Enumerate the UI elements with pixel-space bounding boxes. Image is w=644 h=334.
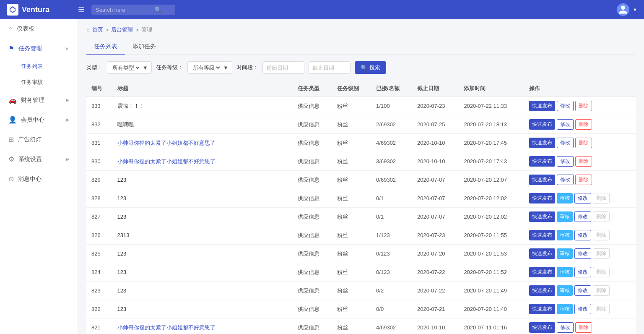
audit-button[interactable]: 审核 <box>557 267 573 277</box>
cell-added: 2020-07-20 11:55 <box>459 226 524 245</box>
cell-added: 2020-07-20 17:43 <box>459 152 524 171</box>
sidebar-item-ad-lantern[interactable]: ⊞ 广告幻灯 <box>0 130 78 149</box>
sidebar-item-member[interactable]: 👤 会员中心 ▶ <box>0 110 78 130</box>
cell-title[interactable]: 小帅哥你捏的太紧了小姐姐都不好意思了 <box>112 152 293 171</box>
delete-button[interactable]: 删除 <box>575 101 592 111</box>
filter-level-label: 任务等级： <box>156 64 183 71</box>
col-id: 编号 <box>86 81 112 97</box>
delete-button[interactable]: 删除 <box>593 193 610 204</box>
audit-button[interactable]: 审核 <box>557 230 573 240</box>
cell-title: 123 <box>112 208 293 226</box>
quick-publish-button[interactable]: 快速发布 <box>529 211 555 222</box>
edit-button[interactable]: 修改 <box>557 322 574 333</box>
cell-deadline: 2020-07-07 <box>412 208 459 226</box>
cell-type: 供应信息 <box>293 263 332 282</box>
quick-publish-button[interactable]: 快速发布 <box>529 248 555 259</box>
edit-button[interactable]: 修改 <box>557 101 574 111</box>
cell-type: 供应信息 <box>293 171 332 189</box>
delete-button[interactable]: 删除 <box>593 304 610 314</box>
cell-actions: 快速发布 审核 修改 删除 <box>524 226 636 245</box>
filter-level-select[interactable]: 所有等级 ▼ <box>187 61 232 74</box>
filter-bar: 类型： 所有类型 ▼ 任务等级： 所有等级 ▼ 时间段： 🔍 搜索 <box>86 61 636 74</box>
cell-id: 829 <box>86 171 112 189</box>
breadcrumb-backend[interactable]: 后台管理 <box>111 26 133 34</box>
sidebar-item-messages[interactable]: ⊙ 消息中心 <box>0 169 78 189</box>
chevron-down-icon[interactable]: ▼ <box>633 7 637 12</box>
edit-button[interactable]: 修改 <box>557 156 574 167</box>
quick-publish-button[interactable]: 快速发布 <box>529 156 555 167</box>
edit-button[interactable]: 修改 <box>574 230 591 240</box>
edit-button[interactable]: 修改 <box>574 193 591 204</box>
delete-button[interactable]: 删除 <box>593 285 610 296</box>
audit-button[interactable]: 审核 <box>557 304 573 314</box>
filter-type-dropdown[interactable]: 所有类型 <box>111 64 141 71</box>
delete-button[interactable]: 删除 <box>593 248 610 259</box>
search-input[interactable] <box>96 7 154 13</box>
audit-button[interactable]: 审核 <box>557 285 573 296</box>
delete-button[interactable]: 删除 <box>593 211 610 222</box>
tab-task-list[interactable]: 任务列表 <box>86 39 125 55</box>
cell-actions: 快速发布 审核 修改 删除 <box>524 245 636 263</box>
delete-button[interactable]: 删除 <box>575 156 592 167</box>
cell-level: 粉丝 <box>332 263 371 282</box>
quick-publish-button[interactable]: 快速发布 <box>529 101 555 111</box>
edit-button[interactable]: 修改 <box>574 267 591 277</box>
sidebar-item-settings[interactable]: ⚙ 系统设置 ▶ <box>0 149 78 169</box>
edit-button[interactable]: 修改 <box>574 304 591 314</box>
cell-title[interactable]: 小帅哥你捏的太紧了小姐姐都不好意思了 <box>112 134 293 152</box>
quick-publish-button[interactable]: 快速发布 <box>529 138 555 148</box>
delete-button[interactable]: 删除 <box>575 138 592 148</box>
cell-level: 粉丝 <box>332 208 371 226</box>
filter-level-dropdown[interactable]: 所有等级 <box>191 64 221 71</box>
quick-publish-button[interactable]: 快速发布 <box>529 304 555 314</box>
cell-title[interactable]: 小帅哥你捏的太紧了小姐姐都不好意思了 <box>112 318 293 334</box>
quick-publish-button[interactable]: 快速发布 <box>529 193 555 204</box>
search-button[interactable]: 🔍 搜索 <box>355 61 386 74</box>
edit-button[interactable]: 修改 <box>574 211 591 222</box>
breadcrumb-home[interactable]: 首页 <box>92 26 103 34</box>
edit-button[interactable]: 修改 <box>557 119 574 130</box>
sidebar-item-task-management[interactable]: ⚑ 任务管理 ▼ <box>0 39 78 58</box>
quick-publish-button[interactable]: 快速发布 <box>529 230 555 240</box>
edit-button[interactable]: 修改 <box>574 248 591 259</box>
delete-button[interactable]: 删除 <box>575 322 592 333</box>
delete-button[interactable]: 删除 <box>575 175 592 185</box>
edit-button[interactable]: 修改 <box>574 285 591 296</box>
table-row: 824 123 供应信息 粉丝 0/123 2020-07-22 2020-07… <box>86 263 636 282</box>
cell-title: 2313 <box>112 226 293 245</box>
logo-text: Ventura <box>22 5 49 14</box>
sidebar-subitem-task-list[interactable]: 任务列表 <box>0 58 78 74</box>
edit-button[interactable]: 修改 <box>557 138 574 148</box>
delete-button[interactable]: 删除 <box>593 267 610 277</box>
sidebar-subitem-task-audit[interactable]: 任务审核 <box>0 74 78 90</box>
quick-publish-button[interactable]: 快速发布 <box>529 119 555 130</box>
delete-button[interactable]: 删除 <box>575 119 592 130</box>
quick-publish-button[interactable]: 快速发布 <box>529 267 555 277</box>
audit-button[interactable]: 审核 <box>557 193 573 204</box>
audit-button[interactable]: 审核 <box>557 248 573 259</box>
search-bar: 🔍 <box>91 5 175 15</box>
delete-button[interactable]: 删除 <box>593 230 610 240</box>
filter-type-select[interactable]: 所有类型 ▼ <box>107 61 152 74</box>
cell-deadline: 2020-07-21 <box>412 300 459 318</box>
cell-deadline: 2020-07-20 <box>412 245 459 263</box>
start-date-input[interactable] <box>262 61 304 74</box>
cell-type: 供应信息 <box>293 97 332 115</box>
audit-button[interactable]: 审核 <box>557 211 573 222</box>
quick-publish-button[interactable]: 快速发布 <box>529 322 555 333</box>
end-date-input[interactable] <box>309 61 351 74</box>
quick-publish-button[interactable]: 快速发布 <box>529 175 555 185</box>
cell-added: 2020-07-20 18:13 <box>459 115 524 134</box>
cell-deadline: 2020-07-22 <box>412 282 459 300</box>
cell-deadline: 2020-10-10 <box>412 134 459 152</box>
cell-added: 2020-07-20 11:40 <box>459 300 524 318</box>
flag-icon: ⚑ <box>8 44 14 52</box>
sidebar-item-finance[interactable]: 🚗 财务管理 ▶ <box>0 90 78 110</box>
hamburger-icon[interactable]: ☰ <box>78 5 85 14</box>
avatar[interactable] <box>617 3 629 16</box>
cell-deadline: 2020-07-25 <box>412 115 459 134</box>
quick-publish-button[interactable]: 快速发布 <box>529 285 555 296</box>
tab-add-task[interactable]: 添加任务 <box>125 39 164 55</box>
edit-button[interactable]: 修改 <box>557 175 574 185</box>
sidebar-item-dashboard[interactable]: ⌂ 仪表板 <box>0 19 78 39</box>
